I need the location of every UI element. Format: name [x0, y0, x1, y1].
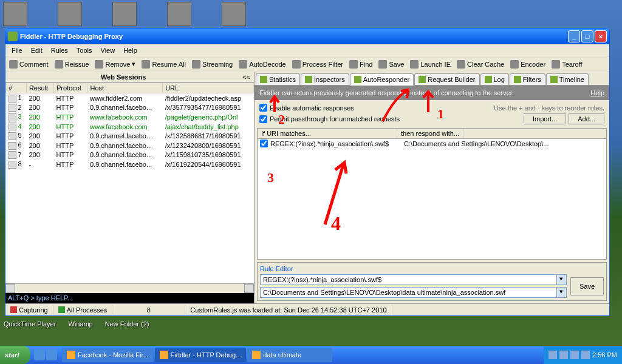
rule-col-match[interactable]: If URI matches...: [258, 129, 397, 138]
col-url[interactable]: URL: [163, 83, 254, 93]
autodecode-button[interactable]: AutoDecode: [236, 59, 289, 70]
session-icon: [9, 123, 16, 130]
dropdown-icon[interactable]: ▾: [557, 274, 567, 285]
desktop-label[interactable]: Winamp: [68, 320, 92, 328]
session-row[interactable]: 8-HTTP0.9.channel.facebo.../x/1619220544…: [6, 160, 254, 169]
session-row[interactable]: 3200HTTPwww.facebook.com/pagelet/generic…: [6, 112, 254, 122]
session-icon: [9, 142, 16, 150]
session-icon: [9, 104, 16, 112]
menu-help[interactable]: Help: [120, 46, 141, 55]
clear-icon: [457, 60, 465, 69]
save-icon: [378, 60, 387, 69]
ql-icon[interactable]: [34, 349, 45, 360]
add-button[interactable]: Add...: [569, 113, 604, 124]
session-row[interactable]: 7200HTTP0.9.channel.facebo.../x/11598107…: [6, 150, 254, 160]
menu-tools[interactable]: Tools: [73, 46, 96, 55]
builder-icon: [419, 76, 426, 83]
enable-responses-checkbox[interactable]: Enable automatic responses: [259, 104, 354, 112]
tab-inspectors[interactable]: Inspectors: [301, 73, 349, 85]
fiddler-icon: [160, 351, 168, 359]
session-row[interactable]: 2200HTTP0.9.channel.facebo.../x/35779354…: [6, 103, 254, 113]
session-icon: [9, 161, 16, 169]
systray[interactable]: 2:56 PM: [544, 346, 622, 364]
clock[interactable]: 2:56 PM: [592, 351, 617, 359]
col-num[interactable]: #: [6, 83, 27, 93]
tab-log[interactable]: Log: [480, 73, 509, 85]
menu-file[interactable]: File: [8, 46, 26, 55]
respond-input[interactable]: [260, 287, 557, 298]
import-button[interactable]: Import...: [524, 113, 566, 124]
process-icon: [58, 306, 65, 313]
tab-statistics[interactable]: Statistics: [256, 73, 300, 85]
collapse-button[interactable]: <<: [240, 73, 253, 81]
streaming-button[interactable]: Streaming: [190, 59, 235, 70]
desktop-label[interactable]: New Folder (2): [105, 320, 149, 328]
session-row[interactable]: 6200HTTP0.9.channel.facebo.../x/12324208…: [6, 141, 254, 150]
tab-autoresponder[interactable]: AutoResponder: [350, 73, 414, 86]
maximize-button[interactable]: □: [581, 30, 593, 42]
task-firefox[interactable]: Facebook - Mozilla Fir...: [62, 348, 154, 362]
tray-icon[interactable]: [559, 351, 568, 359]
scroll-left-icon[interactable]: [5, 284, 15, 293]
encoder-button[interactable]: Encoder: [508, 59, 548, 70]
quickexec-input[interactable]: ALT+Q > type HELP...: [5, 293, 254, 303]
close-button[interactable]: ×: [595, 30, 607, 42]
save-button[interactable]: Save: [376, 59, 406, 70]
tab-timeline[interactable]: Timeline: [546, 73, 589, 85]
desktop-label[interactable]: QuickTime Player: [4, 320, 56, 328]
save-rule-button[interactable]: Save: [570, 277, 604, 295]
ql-icon[interactable]: [46, 349, 57, 360]
session-row[interactable]: 5200HTTP0.9.channel.facebo.../x/13258868…: [6, 131, 254, 141]
tearoff-button[interactable]: Tearoff: [549, 59, 584, 70]
desktop-icon[interactable]: [58, 2, 82, 26]
help-link[interactable]: Help: [590, 89, 604, 96]
tray-icon[interactable]: [549, 351, 557, 359]
col-host[interactable]: Host: [87, 83, 163, 93]
desktop-icon[interactable]: [112, 2, 137, 26]
tab-request-builder[interactable]: Request Builder: [414, 73, 479, 85]
processes-status[interactable]: All Processes: [53, 305, 113, 315]
desktop-icon[interactable]: [167, 2, 191, 26]
process-filter-button[interactable]: Process Filter: [290, 59, 346, 70]
col-protocol[interactable]: Protocol: [54, 83, 87, 93]
find-button[interactable]: Find: [347, 59, 375, 70]
capturing-status[interactable]: Capturing: [5, 305, 53, 315]
tab-filters[interactable]: Filters: [510, 73, 545, 85]
desktop-icon[interactable]: [3, 2, 27, 26]
tray-icon[interactable]: [581, 351, 590, 359]
rule-row[interactable]: REGEX:(?insx).*ninja_association\.swf$ C…: [258, 139, 606, 148]
autoresponder-description: Fiddler can return previously generated …: [255, 86, 609, 100]
firefox-icon: [67, 351, 75, 359]
clear-cache-button[interactable]: Clear Cache: [454, 59, 507, 70]
reissue-button[interactable]: Reissue: [52, 59, 92, 70]
rule-list[interactable]: If URI matches... then respond with... R…: [257, 128, 607, 260]
menu-view[interactable]: View: [97, 46, 119, 55]
remove-button[interactable]: Remove ▾: [92, 59, 138, 70]
start-button[interactable]: start: [0, 346, 30, 364]
col-result[interactable]: Result: [26, 83, 53, 93]
desktop-icon[interactable]: [222, 2, 246, 26]
rule-enable-checkbox[interactable]: [260, 140, 268, 147]
passthrough-checkbox[interactable]: Permit passthrough for unmatched request…: [259, 115, 400, 123]
dropdown-icon[interactable]: ▾: [557, 287, 567, 298]
launch-ie-button[interactable]: Launch IE: [408, 59, 453, 70]
tray-icon[interactable]: [570, 351, 579, 359]
capture-icon: [10, 306, 17, 313]
titlebar[interactable]: Fiddler - HTTP Debugging Proxy _ □ ×: [5, 29, 609, 44]
rule-col-respond[interactable]: then respond with...: [397, 129, 463, 138]
task-fiddler[interactable]: Fiddler - HTTP Debug...: [155, 348, 247, 362]
lightning-icon: [354, 76, 361, 83]
sessions-table[interactable]: # Result Protocol Host URL 1200HTTPwww.f…: [5, 83, 254, 283]
task-folder[interactable]: data ultimate: [247, 348, 332, 362]
menu-rules[interactable]: Rules: [47, 46, 72, 55]
session-row[interactable]: 1200HTTPwww.fiddler2.com/fiddler2/update…: [6, 93, 254, 103]
minimize-button[interactable]: _: [568, 30, 580, 42]
scroll-right-icon[interactable]: [244, 284, 254, 293]
resume-all-button[interactable]: Resume All: [139, 59, 188, 70]
comment-button[interactable]: Comment: [7, 59, 51, 70]
match-input[interactable]: [260, 274, 557, 285]
h-scrollbar[interactable]: [5, 283, 254, 293]
session-row[interactable]: 4200HTTPwww.facebook.com/ajax/chat/buddy…: [6, 122, 254, 132]
ie-icon: [410, 60, 419, 69]
menu-edit[interactable]: Edit: [27, 46, 46, 55]
